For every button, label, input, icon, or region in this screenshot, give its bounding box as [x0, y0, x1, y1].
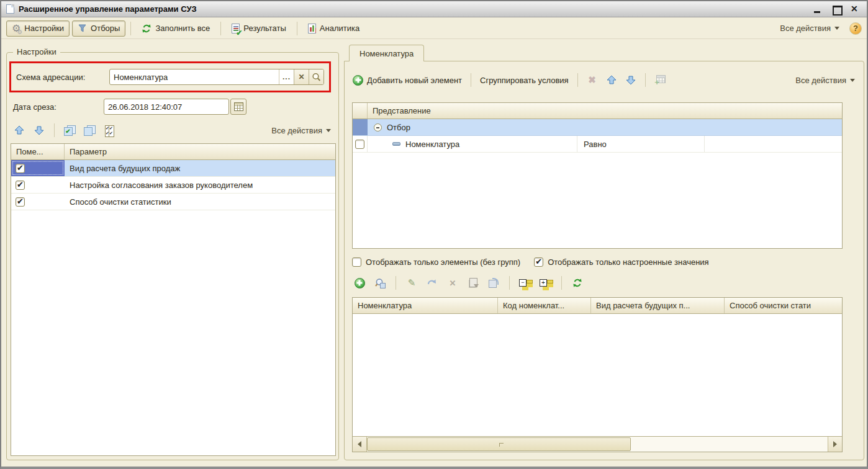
add-plus-icon	[353, 75, 363, 86]
use-checkbox[interactable]	[355, 140, 364, 149]
only-configured-checkbox[interactable]	[534, 257, 543, 267]
scheme-field[interactable]: Номенклатура ...	[109, 69, 324, 85]
fill-all-button-label: Заполнить все	[155, 24, 210, 33]
param-cell[interactable]: Вид расчета будущих продаж	[65, 160, 335, 176]
move-up-button[interactable]	[12, 123, 27, 138]
add-element-label: Добавить новый элемент	[367, 76, 462, 85]
settings-button[interactable]: Настройки	[6, 20, 70, 37]
find-button[interactable]	[373, 275, 387, 290]
values-table-header: Номенклатура Код номенклат... Вид расчет…	[353, 298, 842, 314]
move-down-button[interactable]	[623, 73, 638, 87]
expand-all-button[interactable]	[538, 275, 553, 290]
move-down-button[interactable]	[32, 123, 47, 138]
help-button[interactable]: ?	[849, 22, 862, 35]
mark-cell	[11, 160, 65, 176]
scroll-left-button[interactable]	[353, 437, 367, 452]
refresh-values-button[interactable]	[570, 275, 585, 290]
group-conditions-button[interactable]: Сгруппировать условия	[478, 72, 571, 88]
scroll-left-icon	[358, 441, 361, 447]
params-toolbar: Все действия	[12, 121, 333, 140]
tree-collapse-icon	[519, 278, 531, 288]
main-all-actions-button[interactable]: Все действия	[777, 24, 842, 33]
filter-item-row[interactable]: Номенклатура Равно	[353, 136, 842, 153]
scheme-select-button[interactable]: ...	[279, 69, 294, 84]
param-row[interactable]: Способ очистки статистики	[11, 194, 335, 210]
all-actions-label: Все действия	[271, 126, 322, 135]
column-header-param: Параметр	[65, 144, 335, 159]
only-elements-option[interactable]: Отображать только элементы (без групп)	[352, 257, 520, 267]
invert-marks-icon	[105, 125, 114, 136]
param-row[interactable]: Вид расчета будущих продаж	[11, 160, 335, 177]
settings-button-label: Настройки	[24, 24, 64, 33]
delete-button-disabled[interactable]	[585, 73, 600, 87]
row-checkbox[interactable]	[16, 164, 25, 173]
row-checkbox[interactable]	[16, 181, 25, 190]
groupbox-title: Настройки	[13, 47, 60, 56]
filter-table-header: Представление	[353, 103, 842, 119]
scroll-right-button[interactable]	[828, 437, 842, 452]
results-button-label: Результаты	[243, 24, 286, 33]
minimize-icon[interactable]	[813, 5, 822, 14]
chevron-down-icon	[850, 79, 855, 82]
scrollbar-thumb[interactable]	[367, 437, 631, 451]
date-row: Дата среза: 26.06.2018 12:40:07	[13, 99, 246, 115]
add-element-button[interactable]: Добавить новый элемент	[351, 72, 464, 88]
analytics-button[interactable]: Аналитика	[302, 20, 365, 37]
horizontal-scrollbar[interactable]	[353, 436, 842, 452]
delete-x-icon	[450, 279, 456, 288]
gears-icon	[12, 22, 20, 34]
param-row[interactable]: Настройка согласования заказов руководит…	[11, 177, 335, 194]
scheme-open-button[interactable]	[309, 69, 323, 84]
condition-cell[interactable]: Равно	[577, 136, 705, 152]
column-header-presentation: Представление	[368, 103, 842, 118]
check-all-button[interactable]	[62, 123, 77, 138]
toolbar-separator	[130, 22, 131, 35]
scrollbar-track[interactable]	[631, 437, 828, 452]
open-settings-button-disabled[interactable]	[653, 73, 667, 87]
uncheck-all-button[interactable]	[82, 123, 97, 138]
param-cell[interactable]: Настройка согласования заказов руководит…	[65, 177, 335, 193]
close-icon[interactable]	[851, 5, 859, 14]
group-cell[interactable]: Отбор	[368, 119, 842, 135]
redo-button-disabled[interactable]	[425, 275, 440, 290]
invert-marks-button[interactable]	[102, 123, 117, 138]
delete-value-button-disabled[interactable]	[445, 275, 460, 290]
delete-x-icon	[588, 74, 596, 86]
paste-button-disabled[interactable]	[486, 275, 501, 290]
collapse-all-button[interactable]	[518, 275, 533, 290]
filters-button[interactable]: Отборы	[72, 20, 125, 37]
group-row-marker	[353, 119, 368, 135]
edit-button-disabled[interactable]	[404, 275, 419, 290]
group-label: Отбор	[387, 123, 410, 132]
row-checkbox[interactable]	[16, 197, 25, 207]
params-table: Поме... Параметр Вид расчета будущих про…	[11, 143, 336, 456]
add-value-button[interactable]	[352, 275, 367, 290]
only-elements-checkbox[interactable]	[352, 257, 361, 267]
date-picker-button[interactable]	[230, 99, 246, 115]
only-configured-label: Отображать только настроенные значения	[548, 257, 709, 267]
values-table-body[interactable]	[353, 314, 842, 436]
filter-all-actions-button[interactable]: Все действия	[793, 76, 857, 85]
filters-button-label: Отборы	[91, 24, 120, 33]
only-configured-option[interactable]: Отображать только настроенные значения	[534, 257, 709, 267]
param-cell[interactable]: Способ очистки статистики	[65, 194, 335, 210]
params-all-actions-button[interactable]: Все действия	[269, 126, 333, 135]
move-up-button[interactable]	[604, 73, 619, 87]
scheme-clear-button[interactable]	[294, 69, 309, 84]
tab-nomenklatura[interactable]: Номенклатура	[349, 45, 424, 61]
copy-button-disabled[interactable]	[466, 275, 481, 290]
maximize-icon[interactable]	[832, 5, 841, 14]
collapse-minus-circle-icon[interactable]	[374, 123, 382, 132]
window-controls	[813, 5, 862, 14]
date-input[interactable]: 26.06.2018 12:40:07	[104, 99, 229, 115]
results-button[interactable]: Результаты	[226, 20, 291, 37]
chevron-down-icon	[834, 27, 839, 30]
value-cell[interactable]	[705, 136, 842, 152]
all-actions-label: Все действия	[780, 24, 831, 33]
field-cell[interactable]: Номенклатура	[368, 136, 577, 152]
toolbar-separator	[396, 276, 396, 290]
scheme-input[interactable]: Номенклатура	[110, 69, 279, 84]
up-arrow-icon	[607, 75, 617, 85]
filter-group-row[interactable]: Отбор	[353, 119, 842, 136]
fill-all-button[interactable]: Заполнить все	[136, 20, 215, 37]
